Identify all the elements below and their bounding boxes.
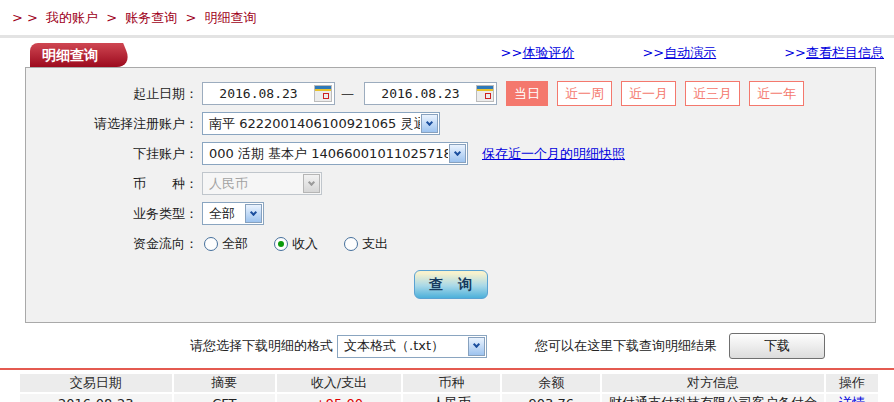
- cell-action: 详情: [826, 394, 878, 402]
- currency-select: 人民币: [202, 172, 322, 195]
- business-type-label: 业务类型：: [26, 205, 198, 223]
- query-button-row: 查 询: [26, 270, 875, 299]
- breadcrumb-prefix: > >: [12, 10, 38, 25]
- breadcrumb-separator: >: [185, 10, 196, 25]
- business-type-select[interactable]: 全部: [202, 202, 264, 225]
- results-table-section: 交易日期 摘要 收入/支出 币种 余额 对方信息 操作 2016-08-23 C…: [0, 368, 894, 402]
- chevron-down-icon: [421, 114, 438, 133]
- query-form: 起止日期： — 当日 近一周 近一月 近三月 近一年 请选择注册账户： 南平 6…: [25, 67, 876, 323]
- currency-row: 币 种： 人民币: [26, 171, 875, 196]
- sub-account-label: 下挂账户：: [26, 145, 198, 163]
- currency-label: 币 种：: [26, 175, 198, 193]
- breadcrumb-item-detail-query[interactable]: 明细查询: [204, 10, 256, 25]
- quick-range-last-year-button[interactable]: 近一年: [749, 81, 804, 106]
- registered-account-label: 请选择注册账户：: [26, 115, 198, 133]
- chevron-down-icon: [449, 144, 466, 163]
- section-header: 明细查询 >>体验评价 >>自动演示 >>查看栏目信息: [0, 40, 894, 67]
- query-button[interactable]: 查 询: [414, 270, 488, 299]
- download-format-select[interactable]: 文本格式（.txt）: [337, 335, 487, 358]
- date-to-box: [364, 82, 497, 105]
- results-table: 交易日期 摘要 收入/支出 币种 余额 对方信息 操作 2016-08-23 C…: [18, 372, 880, 402]
- download-row: 请您选择下载明细的格式 文本格式（.txt） 您可以在这里下载查询明细结果 下载: [190, 333, 894, 359]
- date-range-row: 起止日期： — 当日 近一周 近一月 近三月 近一年: [26, 81, 875, 106]
- breadcrumb: > > 我的账户 > 账务查询 > 明细查询: [0, 0, 894, 38]
- link-auto-demo[interactable]: >>自动演示: [642, 44, 716, 62]
- col-header-action: 操作: [826, 374, 878, 392]
- table-row: 2016-08-23 CFT +95.00 人民币 903.76 财付通支付科技…: [20, 394, 878, 402]
- registered-account-select[interactable]: 南平 6222001406100921065 灵通卡: [202, 112, 440, 135]
- col-header-counterparty: 对方信息: [602, 374, 824, 392]
- quick-range-last-3-months-button[interactable]: 近三月: [685, 81, 740, 106]
- calendar-icon[interactable]: [476, 85, 494, 102]
- radio-circle-icon: [344, 237, 358, 251]
- date-range-label: 起止日期：: [26, 85, 198, 103]
- cell-trade-date: 2016-08-23: [20, 394, 172, 402]
- sub-account-row: 下挂账户： 000 活期 基本户 1406600101102571848 保存近…: [26, 141, 875, 166]
- radio-all[interactable]: 全部: [204, 235, 248, 253]
- col-header-income-expense: 收入/支出: [277, 374, 401, 392]
- cell-summary: CFT: [174, 394, 276, 402]
- link-view-column-info[interactable]: >>查看栏目信息: [784, 44, 884, 62]
- link-experience-rating[interactable]: >>体验评价: [501, 44, 575, 62]
- breadcrumb-item-my-account[interactable]: 我的账户: [46, 10, 98, 25]
- business-type-row: 业务类型： 全部: [26, 201, 875, 226]
- radio-expense[interactable]: 支出: [344, 235, 388, 253]
- download-button[interactable]: 下载: [729, 333, 825, 359]
- col-header-currency: 币种: [403, 374, 501, 392]
- radio-circle-selected-icon: [274, 237, 288, 251]
- download-format-label: 请您选择下载明细的格式: [190, 337, 333, 355]
- table-header-row: 交易日期 摘要 收入/支出 币种 余额 对方信息 操作: [20, 374, 878, 392]
- detail-link[interactable]: 详情: [839, 395, 865, 402]
- fund-flow-label: 资金流向：: [26, 235, 198, 253]
- save-snapshot-link[interactable]: 保存近一个月的明细快照: [482, 145, 625, 163]
- chevron-down-icon: [468, 337, 485, 356]
- date-separator: —: [341, 86, 354, 101]
- col-header-trade-date: 交易日期: [20, 374, 172, 392]
- radio-circle-icon: [204, 237, 218, 251]
- col-header-balance: 余额: [502, 374, 600, 392]
- tab-detail-query: 明细查询: [30, 43, 108, 67]
- header-links: >>体验评价 >>自动演示 >>查看栏目信息: [501, 44, 894, 67]
- date-from-box: [202, 82, 335, 105]
- cell-balance: 903.76: [502, 394, 600, 402]
- radio-income[interactable]: 收入: [274, 235, 318, 253]
- registered-account-row: 请选择注册账户： 南平 6222001406100921065 灵通卡: [26, 111, 875, 136]
- sub-account-select[interactable]: 000 活期 基本户 1406600101102571848: [202, 142, 468, 165]
- cell-counterparty: 财付通支付科技有限公司客户备付金: [602, 394, 824, 402]
- chevron-down-icon: [245, 204, 262, 223]
- download-hint: 您可以在这里下载查询明细结果: [535, 337, 717, 355]
- calendar-icon[interactable]: [314, 85, 332, 102]
- fund-flow-row: 资金流向： 全部 收入 支出: [26, 231, 875, 256]
- quick-range-last-week-button[interactable]: 近一周: [557, 81, 612, 106]
- breadcrumb-separator: >: [106, 10, 117, 25]
- cell-amount: +95.00: [277, 394, 401, 402]
- breadcrumb-item-account-query[interactable]: 账务查询: [125, 10, 177, 25]
- fund-flow-radio-group: 全部 收入 支出: [204, 235, 414, 253]
- quick-range-last-month-button[interactable]: 近一月: [621, 81, 676, 106]
- cell-currency: 人民币: [403, 394, 501, 402]
- quick-range-today-button[interactable]: 当日: [506, 81, 548, 106]
- date-to-input[interactable]: [365, 86, 476, 101]
- date-from-input[interactable]: [203, 86, 314, 101]
- chevron-down-icon: [303, 174, 320, 193]
- col-header-summary: 摘要: [174, 374, 276, 392]
